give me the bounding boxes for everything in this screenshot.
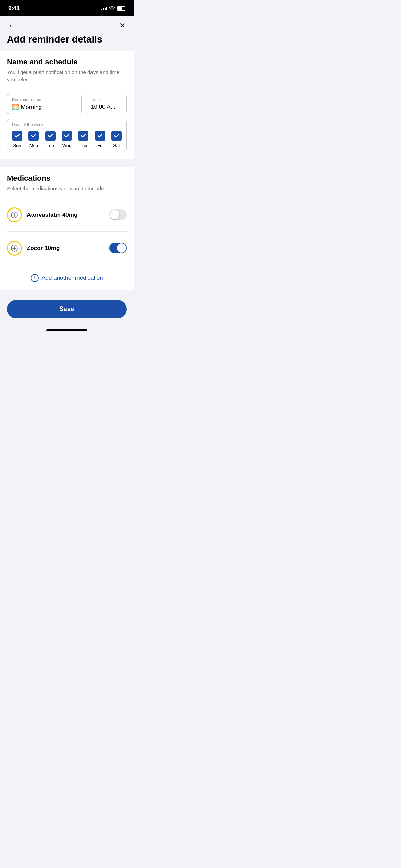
day-checkbox-tue[interactable]: [45, 131, 56, 141]
medications-title: Medications: [7, 174, 127, 183]
save-bar: Save: [0, 294, 134, 329]
medication-name: Atorvastatin 40mg: [27, 212, 105, 218]
divider-3: [7, 265, 127, 265]
status-icons: [101, 6, 125, 11]
medication-toggle[interactable]: [109, 209, 127, 220]
list-item: Zocor 10mg: [7, 236, 127, 261]
medication-toggle[interactable]: [109, 243, 127, 253]
days-row: Sun Mon Tue Wed Thu Fri Sat: [12, 131, 122, 148]
reminder-name-value: 🌅 Morning: [12, 104, 76, 111]
day-checkbox-wed[interactable]: [62, 131, 72, 141]
home-bar: [46, 329, 87, 331]
day-item-mon[interactable]: Mon: [28, 131, 39, 148]
divider-2: [7, 198, 127, 198]
back-button[interactable]: ←: [7, 21, 17, 31]
day-checkbox-mon[interactable]: [28, 131, 39, 141]
page-title: Add reminder details: [0, 34, 134, 51]
add-icon: +: [31, 274, 39, 282]
day-label-wed: Wed: [62, 143, 72, 148]
time-field[interactable]: Time 10:00 A...: [86, 94, 127, 114]
day-item-tue[interactable]: Tue: [45, 131, 56, 148]
day-checkbox-sat[interactable]: [111, 131, 122, 141]
toggle-knob: [110, 210, 119, 219]
day-label-sun: Sun: [13, 143, 21, 148]
medication-list: Atorvastatin 40mg Zocor 10mg: [7, 203, 127, 261]
reminder-name-label: Reminder name: [12, 97, 76, 102]
status-time: 9:41: [8, 5, 20, 12]
day-label-fri: Fri: [97, 143, 102, 148]
day-checkbox-fri[interactable]: [95, 131, 105, 141]
day-item-sat[interactable]: Sat: [111, 131, 122, 148]
name-schedule-subtitle: You'll get a push notification on the da…: [7, 69, 127, 83]
add-medication-label: Add another medication: [41, 275, 103, 281]
wifi-icon: [109, 6, 115, 11]
day-label-tue: Tue: [47, 143, 54, 148]
save-button[interactable]: Save: [7, 300, 127, 318]
day-item-thu[interactable]: Thu: [78, 131, 88, 148]
reminder-row: Reminder name 🌅 Morning Time 10:00 A...: [7, 94, 127, 114]
medication-icon: [7, 241, 22, 256]
time-label: Time: [91, 97, 122, 102]
medications-section: Medications Select the medications you w…: [0, 167, 134, 290]
add-medication-button[interactable]: + Add another medication: [7, 269, 127, 284]
day-item-wed[interactable]: Wed: [62, 131, 72, 148]
day-checkbox-thu[interactable]: [78, 131, 88, 141]
day-label-thu: Thu: [80, 143, 87, 148]
time-value: 10:00 A...: [91, 104, 122, 110]
medication-icon: [7, 207, 22, 222]
app-container: ← ✕ Add reminder details Name and schedu…: [0, 16, 134, 334]
divider-1: [7, 89, 127, 89]
name-schedule-title: Name and schedule: [7, 58, 127, 67]
day-item-fri[interactable]: Fri: [95, 131, 105, 148]
battery-icon: [117, 6, 125, 11]
day-label-sat: Sat: [113, 143, 120, 148]
name-schedule-section: Name and schedule You'll get a push noti…: [0, 51, 134, 159]
day-label-mon: Mon: [29, 143, 38, 148]
signal-icon: [101, 6, 107, 10]
reminder-name-field[interactable]: Reminder name 🌅 Morning: [7, 94, 82, 114]
day-checkbox-sun[interactable]: [12, 131, 22, 141]
day-item-sun[interactable]: Sun: [12, 131, 22, 148]
section-separator: [0, 163, 134, 167]
med-divider-1: [7, 231, 127, 232]
days-of-week-field[interactable]: Days of the week Sun Mon Tue Wed Thu Fri…: [7, 119, 127, 152]
scroll-area: Name and schedule You'll get a push noti…: [0, 51, 134, 334]
list-item: Atorvastatin 40mg: [7, 203, 127, 227]
toggle-knob: [117, 243, 126, 253]
medication-name: Zocor 10mg: [27, 245, 105, 252]
status-bar: 9:41: [0, 0, 134, 16]
close-button[interactable]: ✕: [118, 21, 127, 31]
nav-bar: ← ✕: [0, 16, 134, 34]
medications-subtitle: Select the medications you want to inclu…: [7, 185, 127, 192]
days-label: Days of the week: [12, 122, 122, 127]
home-indicator: [0, 329, 134, 334]
